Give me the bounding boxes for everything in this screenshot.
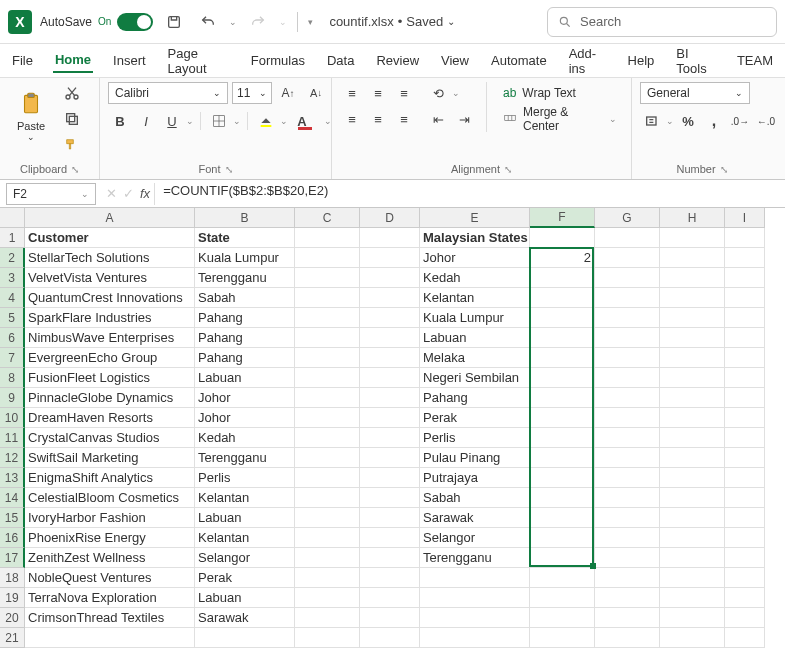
cell-C16[interactable] (295, 528, 360, 548)
tab-automate[interactable]: Automate (489, 49, 549, 72)
cell-G21[interactable] (595, 628, 660, 648)
row-header-7[interactable]: 7 (0, 348, 25, 368)
cell-C14[interactable] (295, 488, 360, 508)
cell-B21[interactable] (195, 628, 295, 648)
cell-I16[interactable] (725, 528, 765, 548)
cell-A6[interactable]: NimbusWave Enterprises (25, 328, 195, 348)
cell-C10[interactable] (295, 408, 360, 428)
cell-G3[interactable] (595, 268, 660, 288)
cell-F17[interactable] (530, 548, 595, 568)
cell-D4[interactable] (360, 288, 420, 308)
cell-A4[interactable]: QuantumCrest Innovations (25, 288, 195, 308)
cell-B11[interactable]: Kedah (195, 428, 295, 448)
cell-A9[interactable]: PinnacleGlobe Dynamics (25, 388, 195, 408)
name-box[interactable]: F2⌄ (6, 183, 96, 205)
cell-I21[interactable] (725, 628, 765, 648)
comma-icon[interactable]: , (702, 110, 726, 132)
cell-G17[interactable] (595, 548, 660, 568)
cell-E2[interactable]: Johor (420, 248, 530, 268)
cell-D20[interactable] (360, 608, 420, 628)
cell-C21[interactable] (295, 628, 360, 648)
cell-H12[interactable] (660, 448, 725, 468)
save-icon[interactable] (161, 9, 187, 35)
undo-icon[interactable] (195, 9, 221, 35)
cell-D7[interactable] (360, 348, 420, 368)
row-header-15[interactable]: 15 (0, 508, 25, 528)
cell-E3[interactable]: Kedah (420, 268, 530, 288)
cell-G5[interactable] (595, 308, 660, 328)
cell-H13[interactable] (660, 468, 725, 488)
select-all-corner[interactable] (0, 208, 25, 228)
cell-E4[interactable]: Kelantan (420, 288, 530, 308)
cell-C17[interactable] (295, 548, 360, 568)
bold-button[interactable]: B (108, 110, 132, 132)
dialog-launcher-icon[interactable]: ⤡ (504, 164, 512, 175)
fx-icon[interactable]: fx (140, 186, 150, 201)
cell-D1[interactable] (360, 228, 420, 248)
cell-H10[interactable] (660, 408, 725, 428)
cell-B8[interactable]: Labuan (195, 368, 295, 388)
cancel-formula-icon[interactable]: ✕ (106, 186, 117, 201)
cell-C1[interactable] (295, 228, 360, 248)
cell-I17[interactable] (725, 548, 765, 568)
cell-F8[interactable] (530, 368, 595, 388)
column-header-C[interactable]: C (295, 208, 360, 228)
cell-I20[interactable] (725, 608, 765, 628)
row-header-3[interactable]: 3 (0, 268, 25, 288)
cell-I10[interactable] (725, 408, 765, 428)
cell-I1[interactable] (725, 228, 765, 248)
cell-F4[interactable] (530, 288, 595, 308)
cell-H15[interactable] (660, 508, 725, 528)
paste-button[interactable]: Paste ⌄ (8, 82, 54, 150)
cell-B3[interactable]: Terengganu (195, 268, 295, 288)
cell-E9[interactable]: Pahang (420, 388, 530, 408)
dialog-launcher-icon[interactable]: ⤡ (720, 164, 728, 175)
cell-F6[interactable] (530, 328, 595, 348)
cell-C8[interactable] (295, 368, 360, 388)
cell-G7[interactable] (595, 348, 660, 368)
cell-F16[interactable] (530, 528, 595, 548)
row-header-14[interactable]: 14 (0, 488, 25, 508)
cell-A1[interactable]: Customer (25, 228, 195, 248)
align-top-icon[interactable]: ≡ (340, 82, 364, 104)
cell-I4[interactable] (725, 288, 765, 308)
cell-C3[interactable] (295, 268, 360, 288)
cells[interactable]: CustomerStateMalaysian StatesStellarTech… (25, 228, 765, 648)
tab-home[interactable]: Home (53, 48, 93, 73)
chevron-down-icon[interactable]: ⌄ (324, 116, 332, 126)
cell-G16[interactable] (595, 528, 660, 548)
undo-dropdown-icon[interactable]: ⌄ (229, 17, 237, 27)
row-header-10[interactable]: 10 (0, 408, 25, 428)
cell-D14[interactable] (360, 488, 420, 508)
tab-help[interactable]: Help (626, 49, 657, 72)
cell-H1[interactable] (660, 228, 725, 248)
cell-H3[interactable] (660, 268, 725, 288)
cell-A16[interactable]: PhoenixRise Energy (25, 528, 195, 548)
chevron-down-icon[interactable]: ⌄ (27, 132, 35, 142)
cell-H18[interactable] (660, 568, 725, 588)
italic-button[interactable]: I (134, 110, 158, 132)
cell-C12[interactable] (295, 448, 360, 468)
cell-B7[interactable]: Pahang (195, 348, 295, 368)
cell-F18[interactable] (530, 568, 595, 588)
font-size-select[interactable]: 11⌄ (232, 82, 272, 104)
cell-H14[interactable] (660, 488, 725, 508)
cell-I7[interactable] (725, 348, 765, 368)
cell-E18[interactable] (420, 568, 530, 588)
cell-D21[interactable] (360, 628, 420, 648)
cell-A7[interactable]: EvergreenEcho Group (25, 348, 195, 368)
cell-G18[interactable] (595, 568, 660, 588)
row-header-8[interactable]: 8 (0, 368, 25, 388)
cell-E20[interactable] (420, 608, 530, 628)
cell-B17[interactable]: Selangor (195, 548, 295, 568)
row-header-16[interactable]: 16 (0, 528, 25, 548)
formula-input[interactable]: =COUNTIF($B$2:$B$20,E2) (154, 183, 785, 205)
cell-D12[interactable] (360, 448, 420, 468)
cell-H7[interactable] (660, 348, 725, 368)
number-format-select[interactable]: General⌄ (640, 82, 750, 104)
row-header-12[interactable]: 12 (0, 448, 25, 468)
cell-G11[interactable] (595, 428, 660, 448)
cell-H2[interactable] (660, 248, 725, 268)
cell-D5[interactable] (360, 308, 420, 328)
align-left-icon[interactable]: ≡ (340, 108, 364, 130)
